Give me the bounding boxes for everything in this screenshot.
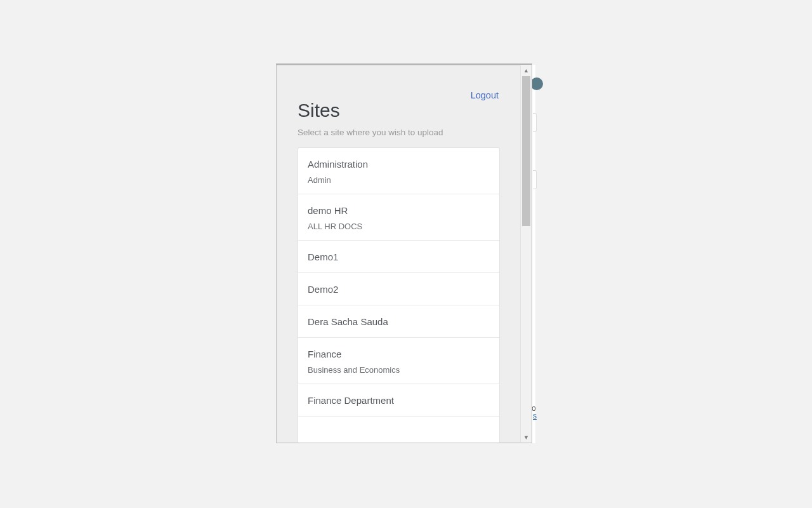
scroll-track-border <box>520 65 521 443</box>
background-link-fragment: s <box>533 411 537 420</box>
site-description: Business and Economics <box>308 365 490 375</box>
logout-link[interactable]: Logout <box>471 90 499 100</box>
site-item-finance[interactable]: Finance Business and Economics <box>298 338 499 384</box>
site-title: Dera Sacha Sauda <box>308 316 490 327</box>
page-title: Sites <box>298 100 340 121</box>
chevron-down-icon: ▼ <box>523 434 529 441</box>
site-item-finance-department[interactable]: Finance Department <box>298 384 499 417</box>
site-title: Finance Department <box>308 395 490 406</box>
site-description: Admin <box>308 175 490 185</box>
site-title: Demo1 <box>308 251 490 262</box>
scroll-up-button[interactable]: ▲ <box>521 65 532 76</box>
site-item-demo-hr[interactable]: demo HR ALL HR DOCS <box>298 194 499 241</box>
avatar <box>530 77 543 90</box>
site-description: ALL HR DOCS <box>308 222 490 231</box>
site-title: Demo2 <box>308 284 490 295</box>
background-input-edge <box>533 113 537 132</box>
site-item-administration[interactable]: Administration Admin <box>298 148 499 194</box>
site-item-truncated[interactable] <box>298 417 499 443</box>
site-title <box>308 427 490 438</box>
site-item-dera-sacha-sauda[interactable]: Dera Sacha Sauda <box>298 305 499 338</box>
site-title: Finance <box>308 349 490 359</box>
site-title: demo HR <box>308 205 490 216</box>
site-title: Administration <box>308 159 490 170</box>
chevron-up-icon: ▲ <box>523 67 529 74</box>
background-input-edge <box>533 170 537 189</box>
site-item-demo1[interactable]: Demo1 <box>298 241 499 273</box>
scrollbar[interactable]: ▲ ▼ <box>521 65 532 443</box>
site-list: Administration Admin demo HR ALL HR DOCS… <box>298 147 500 443</box>
scroll-thumb[interactable] <box>522 76 530 226</box>
panel-content: Logout Sites Select a site where you wis… <box>277 65 521 443</box>
site-item-demo2[interactable]: Demo2 <box>298 273 499 305</box>
site-selection-panel: Logout Sites Select a site where you wis… <box>276 64 532 443</box>
scroll-down-button[interactable]: ▼ <box>521 432 532 443</box>
page-subtitle: Select a site where you wish to upload <box>298 128 443 137</box>
